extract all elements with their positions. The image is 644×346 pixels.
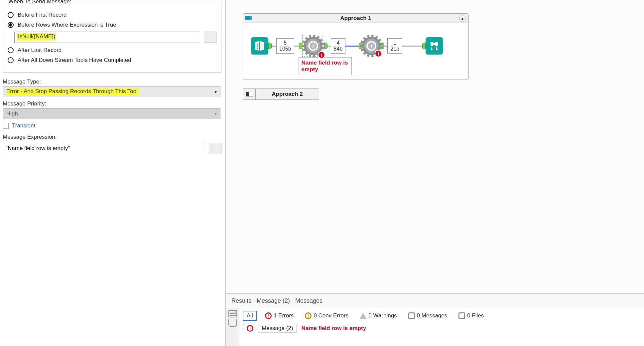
results-message-row[interactable]: ! Message (2) Name field row is empty (243, 324, 641, 333)
connector (294, 46, 299, 47)
warning-icon (360, 313, 366, 319)
file-icon (458, 312, 465, 319)
radio-icon (8, 12, 14, 18)
list-view-icon[interactable] (228, 310, 237, 317)
anno-size: 21b (390, 46, 399, 52)
radio-icon (8, 57, 14, 63)
container-approach-1[interactable]: Approach 1 ▴ (243, 13, 469, 80)
message-type-dropdown[interactable]: Error - And Stop Passing Records Through… (3, 86, 220, 97)
svg-rect-5 (433, 43, 436, 45)
anno-rows: 5 (279, 40, 291, 46)
message-text: Name field row is empty (301, 325, 366, 332)
message-expression-row: ... (3, 142, 221, 155)
error-icon: ! (247, 325, 253, 332)
filter-all[interactable]: All (243, 311, 257, 321)
radio-label: After All Down Stream Tools Have Complet… (18, 57, 131, 64)
svg-point-0 (257, 44, 258, 45)
message-tool-1[interactable]: i ! Name field row is empty (302, 35, 324, 57)
output-port[interactable] (324, 43, 327, 49)
expression-input[interactable]: IsNull([NAME]) (14, 32, 199, 43)
connector (345, 46, 359, 47)
browse-icon (426, 37, 443, 55)
radio-label: Before First Record (18, 12, 66, 18)
connector (384, 46, 387, 47)
input-port[interactable] (422, 43, 426, 49)
message-expression-input[interactable] (3, 142, 204, 155)
radio-before-rows-expr[interactable]: Before Rows Where Expression is True (8, 22, 216, 28)
results-panel: Results - Message (2) - Messages All ! 1… (226, 293, 644, 346)
error-icon: ! (265, 312, 272, 319)
anno-size: 84b (334, 46, 343, 52)
browse-tool[interactable] (426, 37, 443, 55)
workflow-canvas[interactable]: Approach 1 ▴ (226, 0, 644, 293)
message-priority-label: Message Priority: (3, 100, 221, 107)
radio-after-last[interactable]: After Last Record (8, 47, 216, 54)
error-badge-icon: ! (318, 51, 325, 59)
filter-messages[interactable]: 0 Messages (405, 311, 451, 320)
message-tool-2[interactable]: i ! (362, 37, 381, 55)
connector (402, 46, 422, 47)
filter-label: 0 Warnings (368, 312, 397, 319)
record-count-annotation: 1 21b (387, 38, 402, 54)
error-badge-icon: ! (375, 50, 382, 57)
filter-label: 0 Messages (417, 312, 448, 319)
filter-warnings[interactable]: 0 Warnings (356, 311, 400, 320)
radio-icon (8, 22, 14, 28)
expression-text: IsNull([NAME]) (17, 33, 56, 40)
container-toggle-icon[interactable] (243, 89, 256, 99)
chevron-down-icon: ▾ (214, 111, 217, 116)
container-title: Approach 1 (340, 15, 371, 22)
transient-label: Transient (12, 122, 35, 129)
chevron-up-icon: ▴ (461, 16, 463, 21)
expression-builder-button[interactable]: ... (204, 32, 216, 43)
message-priority-value: High (6, 110, 18, 117)
anno-size: 105b (279, 46, 291, 52)
radio-label: Before Rows Where Expression is True (18, 22, 116, 28)
container-title: Approach 2 (256, 91, 319, 97)
connector (327, 46, 331, 47)
radio-icon (8, 47, 14, 53)
when-to-send-group: When To Send Message: Before First Recor… (3, 2, 221, 73)
connector (272, 46, 276, 47)
container-approach-2[interactable]: Approach 2 (243, 88, 319, 100)
message-type-label: Message Type: (3, 79, 221, 85)
message-expression-label: Message Expression: (3, 134, 221, 140)
group-legend: When To Send Message: (6, 0, 73, 5)
message-priority-dropdown: High ▾ (3, 108, 220, 119)
radio-after-downstream[interactable]: After All Down Stream Tools Have Complet… (8, 57, 216, 64)
results-filter-row: All ! 1 Errors ! 0 Conv Errors 0 Warning… (243, 311, 641, 321)
workflow-flow: 5 105b i ! Name field row is empty (251, 35, 443, 57)
input-tool[interactable] (251, 37, 268, 55)
results-gutter (226, 308, 239, 346)
config-panel: When To Send Message: Before First Recor… (0, 0, 226, 346)
results-content: All ! 1 Errors ! 0 Conv Errors 0 Warning… (239, 308, 644, 346)
chevron-down-icon: ▾ (214, 89, 217, 94)
output-port[interactable] (268, 43, 272, 49)
right-pane: Approach 1 ▴ (226, 0, 644, 346)
anno-rows: 1 (390, 40, 399, 46)
info-icon: i (308, 41, 318, 51)
filter-conv-errors[interactable]: ! 0 Conv Errors (302, 311, 352, 320)
message-expression-builder-button[interactable]: ... (209, 143, 221, 154)
svg-point-2 (257, 48, 258, 49)
message-type-value: Error - And Stop Passing Records Through… (6, 88, 139, 95)
collapse-button[interactable]: ▴ (459, 15, 466, 22)
message-source-tab[interactable]: Message (2) (258, 324, 297, 333)
tray-icon[interactable] (228, 319, 237, 327)
conv-error-icon: ! (305, 312, 312, 319)
input-data-icon (251, 37, 268, 55)
container-toggle-icon[interactable] (245, 15, 255, 21)
filter-label: 1 Errors (274, 312, 294, 319)
svg-rect-3 (431, 42, 433, 46)
container-header[interactable]: Approach 1 ▴ (243, 14, 468, 23)
transient-check-row[interactable]: Transient (3, 122, 221, 129)
radio-before-first[interactable]: Before First Record (8, 12, 216, 18)
results-body: All ! 1 Errors ! 0 Conv Errors 0 Warning… (226, 308, 644, 346)
message-icon (408, 312, 415, 319)
filter-errors[interactable]: ! 1 Errors (262, 311, 297, 320)
checkbox-icon (3, 123, 9, 129)
filter-files[interactable]: 0 Files (455, 311, 487, 320)
radio-label: After Last Record (18, 47, 62, 54)
container-body: 5 105b i ! Name field row is empty (243, 23, 468, 80)
anno-rows: 4 (334, 40, 343, 46)
